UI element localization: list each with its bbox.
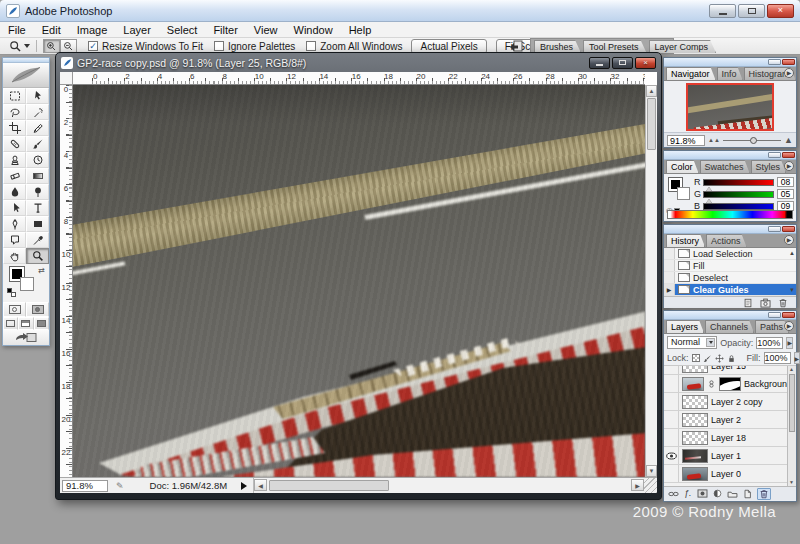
fill-arrow-icon[interactable]: ▶: [794, 352, 800, 364]
new-document-from-state-icon[interactable]: [743, 298, 753, 308]
tab-actions[interactable]: Actions: [706, 234, 747, 247]
opacity-field[interactable]: 100%: [756, 337, 783, 349]
new-group-icon[interactable]: [727, 490, 738, 498]
hand-tool[interactable]: [3, 248, 26, 264]
scroll-down-icon[interactable]: ▼: [789, 287, 795, 293]
visibility-toggle[interactable]: [664, 393, 679, 410]
layer-row[interactable]: Background co...: [664, 375, 787, 393]
doc-close-icon[interactable]: ×: [635, 57, 656, 69]
minimize-icon[interactable]: [709, 4, 736, 18]
maximize-icon[interactable]: [738, 4, 765, 18]
checkbox-resize-windows[interactable]: ✓ Resize Windows To Fit: [88, 41, 203, 52]
document-titlebar[interactable]: GP2-race copy.psd @ 91.8% (Layer 25, RGB…: [56, 53, 661, 72]
tab-layers[interactable]: Layers: [666, 320, 704, 333]
layers-scrollbar[interactable]: ▲ ▼: [787, 366, 796, 486]
zoom-in-icon[interactable]: [43, 39, 60, 53]
zoom-in-mountains-icon[interactable]: ▲: [784, 136, 793, 145]
scroll-up-icon[interactable]: ▲: [646, 85, 657, 97]
scroll-up-icon[interactable]: ▲: [789, 367, 794, 372]
scroll-down-icon[interactable]: ▼: [646, 465, 657, 477]
navigator-palette[interactable]: Navigator Info Histogram ▶ 91.8% ▲▲ ▲: [663, 57, 797, 148]
visibility-toggle[interactable]: [664, 366, 679, 374]
layer-row[interactable]: Layer 15: [664, 366, 787, 375]
layer-thumbnail[interactable]: [682, 413, 708, 427]
clone-stamp-tool[interactable]: [3, 152, 26, 168]
menu-item[interactable]: View: [246, 24, 286, 36]
menu-item[interactable]: Edit: [34, 24, 69, 36]
mask-link-icon[interactable]: [708, 380, 715, 388]
zoom-percent-field[interactable]: 91.8%: [62, 480, 108, 492]
tab-navigator[interactable]: Navigator: [666, 67, 716, 80]
green-value-field[interactable]: 05: [777, 189, 794, 199]
visibility-toggle[interactable]: [664, 375, 679, 392]
vertical-scrollbar[interactable]: ▲ ▼: [645, 85, 657, 477]
edit-in-imageready-button[interactable]: [3, 330, 49, 345]
tab-layer-comps[interactable]: Layer Comps: [649, 40, 717, 53]
menu-item[interactable]: Filter: [205, 24, 245, 36]
blend-mode-select[interactable]: Normal: [667, 336, 717, 349]
scroll-left-icon[interactable]: ◀: [254, 479, 267, 491]
palette-menu-icon[interactable]: ▶: [784, 68, 794, 78]
layer-row[interactable]: Layer 2: [664, 411, 787, 429]
doc-minimize-icon[interactable]: [589, 57, 610, 69]
history-item[interactable]: Fill: [664, 260, 796, 272]
layer-thumbnail[interactable]: [682, 431, 708, 445]
layer-row[interactable]: Layer 2 copy: [664, 393, 787, 411]
resize-grip[interactable]: [644, 478, 657, 493]
eraser-tool[interactable]: [3, 168, 26, 184]
canvas-area[interactable]: [73, 85, 645, 477]
quick-mask-mode-button[interactable]: [26, 302, 49, 317]
brush-tool[interactable]: [26, 136, 49, 152]
layer-row[interactable]: Layer 18: [664, 429, 787, 447]
scroll-down-icon[interactable]: ▼: [789, 480, 794, 485]
add-layer-mask-icon[interactable]: [697, 489, 708, 498]
layers-palette[interactable]: Layers Channels Paths ▶ Normal Opacity: …: [663, 310, 797, 502]
layer-row[interactable]: Layer 1: [664, 447, 787, 465]
tab-channels[interactable]: Channels: [705, 320, 754, 333]
history-source-column[interactable]: ▶: [664, 284, 675, 295]
opacity-arrow-icon[interactable]: ▶: [786, 337, 793, 349]
history-item[interactable]: Load Selection ▲: [664, 248, 796, 260]
document-window[interactable]: GP2-race copy.psd @ 91.8% (Layer 25, RGB…: [55, 52, 662, 500]
link-layers-icon[interactable]: [668, 490, 679, 498]
vscroll-thumb[interactable]: [647, 98, 656, 150]
zoom-tool[interactable]: [26, 248, 49, 264]
magic-wand-tool[interactable]: [26, 104, 49, 120]
layer-mask-thumbnail[interactable]: [719, 377, 741, 391]
doc-maximize-icon[interactable]: [612, 57, 633, 69]
tab-history[interactable]: History: [666, 234, 705, 247]
checkbox-ignore-palettes[interactable]: Ignore Palettes: [214, 41, 295, 52]
adjustment-layer-icon[interactable]: [713, 489, 722, 498]
ruler-origin-corner[interactable]: [60, 72, 73, 85]
background-color-swatch[interactable]: [677, 187, 690, 200]
palette-minimize-icon[interactable]: [768, 152, 781, 158]
history-source-column[interactable]: [664, 272, 675, 283]
lock-position-icon[interactable]: [715, 354, 724, 363]
default-colors-icon[interactable]: [7, 288, 16, 297]
scroll-right-icon[interactable]: ▶: [631, 479, 644, 491]
zoom-tool-preset[interactable]: [9, 40, 30, 53]
palette-menu-icon[interactable]: ▶: [784, 321, 794, 331]
tab-info[interactable]: Info: [717, 67, 743, 80]
history-item[interactable]: Deselect: [664, 272, 796, 284]
palette-minimize-icon[interactable]: [768, 312, 781, 318]
scroll-up-icon[interactable]: ▲: [789, 250, 795, 256]
layer-thumbnail[interactable]: [682, 366, 708, 373]
palette-close-icon[interactable]: [782, 59, 795, 65]
visibility-toggle[interactable]: [664, 411, 679, 428]
lock-all-icon[interactable]: [727, 354, 736, 363]
lasso-tool[interactable]: [3, 104, 26, 120]
visibility-toggle[interactable]: [664, 447, 679, 464]
palette-close-icon[interactable]: [782, 226, 795, 232]
swap-colors-icon[interactable]: ⇄: [38, 266, 45, 275]
palette-titlebar[interactable]: [664, 151, 796, 160]
menu-item[interactable]: Window: [286, 24, 341, 36]
canvas-image[interactable]: [73, 85, 645, 477]
red-slider[interactable]: [703, 179, 774, 186]
zoom-out-icon[interactable]: [60, 39, 77, 53]
layer-thumbnail[interactable]: [682, 395, 708, 409]
shape-tool[interactable]: [26, 216, 49, 232]
checkbox-zoom-all-windows[interactable]: Zoom All Windows: [306, 41, 402, 52]
navigator-proxy-view[interactable]: [686, 83, 774, 131]
app-titlebar[interactable]: Adobe Photoshop ×: [0, 0, 800, 22]
